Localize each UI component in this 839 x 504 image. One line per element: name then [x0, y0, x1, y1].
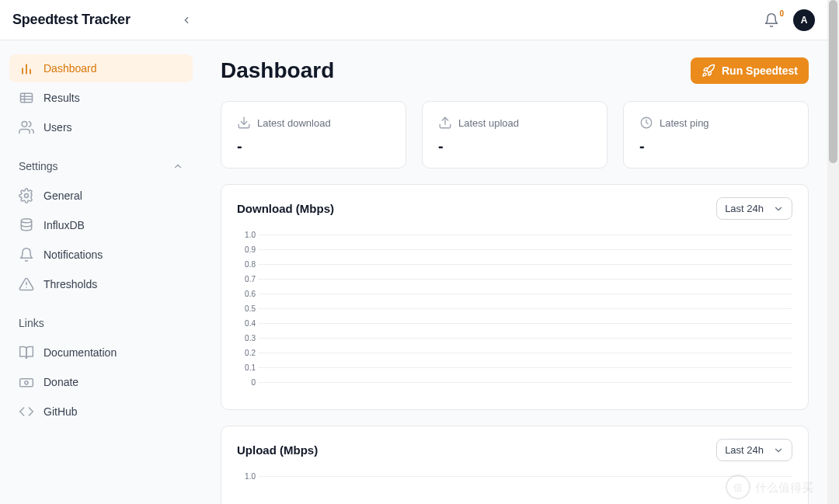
- sidebar-section-links: Links: [9, 312, 193, 334]
- sidebar-item-notifications[interactable]: Notifications: [9, 241, 193, 269]
- book-icon: [19, 345, 34, 360]
- app-header: Speedtest Tracker 0 A: [0, 0, 827, 40]
- stat-label-text: Latest ping: [660, 117, 709, 129]
- stat-label-text: Latest upload: [458, 117, 519, 129]
- y-tick-label: 1.0: [245, 472, 256, 481]
- sidebar-item-label: Donate: [44, 376, 78, 388]
- sidebar-item-label: Users: [44, 121, 72, 134]
- y-tick-label: 1.0: [245, 231, 256, 239]
- sidebar-item-github[interactable]: GitHub: [9, 398, 193, 426]
- y-tick-label: 0.1: [245, 363, 256, 372]
- table-icon: [19, 90, 34, 106]
- gear-icon: [19, 188, 34, 203]
- sidebar: Dashboard Results Users Settings: [0, 40, 202, 504]
- main-content: Dashboard Run Speedtest Latest download: [202, 40, 827, 504]
- gridline: [259, 382, 792, 383]
- chart-plot: 00.10.20.30.40.50.60.70.80.91.0: [237, 231, 792, 394]
- range-value: Last 24h: [725, 444, 764, 456]
- sidebar-section-settings[interactable]: Settings: [9, 155, 193, 177]
- gridline: [259, 476, 792, 477]
- run-button-label: Run Speedtest: [722, 64, 798, 77]
- y-tick-label: 0: [251, 378, 256, 387]
- gridline: [259, 353, 792, 353]
- database-icon: [19, 217, 34, 233]
- time-range-select[interactable]: Last 24h: [716, 197, 792, 220]
- sidebar-item-label: Notifications: [44, 249, 103, 261]
- sidebar-item-donate[interactable]: Donate: [9, 368, 193, 396]
- sidebar-item-label: Dashboard: [44, 62, 97, 75]
- chart-card-download: Download (Mbps) Last 24h 00.10.20.30.40.…: [221, 184, 809, 410]
- gridline: [259, 279, 792, 280]
- sidebar-item-label: General: [44, 189, 82, 202]
- y-tick-label: 0.5: [245, 304, 256, 313]
- chevron-up-icon: [172, 161, 183, 172]
- donate-icon: [19, 374, 34, 390]
- svg-point-9: [21, 219, 31, 223]
- svg-point-8: [25, 194, 29, 198]
- scrollbar-thumb[interactable]: [829, 0, 837, 163]
- chevron-down-icon: [773, 445, 784, 456]
- sidebar-item-results[interactable]: Results: [9, 84, 193, 112]
- svg-point-7: [22, 122, 27, 127]
- chevron-down-icon: [773, 203, 784, 214]
- time-range-select[interactable]: Last 24h: [716, 439, 792, 461]
- sidebar-item-dashboard[interactable]: Dashboard: [9, 54, 193, 82]
- y-tick-label: 0.4: [245, 319, 256, 328]
- sidebar-item-label: Thresholds: [44, 278, 97, 290]
- run-speedtest-button[interactable]: Run Speedtest: [691, 57, 809, 84]
- y-tick-label: 0.3: [245, 334, 256, 342]
- stat-value: -: [639, 137, 792, 155]
- avatar[interactable]: A: [793, 9, 815, 31]
- gridline: [259, 249, 792, 250]
- sidebar-item-documentation[interactable]: Documentation: [9, 339, 193, 367]
- warning-icon: [19, 276, 34, 292]
- gridline: [259, 235, 792, 235]
- y-tick-label: 0.2: [245, 349, 256, 357]
- stat-card-download: Latest download -: [221, 101, 406, 169]
- sidebar-item-label: GitHub: [44, 405, 78, 418]
- notification-count-badge: 0: [779, 9, 784, 18]
- section-label: Settings: [19, 160, 58, 172]
- gridline: [259, 338, 792, 339]
- sidebar-item-label: InfluxDB: [44, 219, 85, 231]
- gridline: [259, 294, 792, 294]
- svg-rect-3: [21, 93, 33, 103]
- clock-icon: [639, 116, 653, 130]
- notifications-button[interactable]: 0: [757, 6, 785, 34]
- sidebar-item-general[interactable]: General: [9, 182, 193, 210]
- y-tick-label: 0.6: [245, 290, 256, 298]
- y-tick-label: 0.8: [245, 260, 256, 269]
- svg-rect-12: [20, 379, 33, 387]
- sidebar-item-thresholds[interactable]: Thresholds: [9, 270, 193, 298]
- svg-point-13: [25, 381, 28, 384]
- gridline: [259, 367, 792, 368]
- download-icon: [237, 116, 251, 130]
- range-value: Last 24h: [725, 203, 764, 214]
- vertical-scrollbar[interactable]: [827, 0, 839, 504]
- sidebar-collapse-button[interactable]: [176, 9, 197, 31]
- sidebar-item-users[interactable]: Users: [9, 113, 193, 141]
- chart-plot: 1.0: [237, 472, 792, 504]
- code-icon: [19, 404, 34, 419]
- section-label: Links: [19, 317, 44, 329]
- gridline: [259, 308, 792, 309]
- chart-title: Download (Mbps): [237, 202, 334, 215]
- bar-chart-icon: [19, 61, 34, 76]
- bell-icon: [764, 12, 779, 28]
- y-tick-label: 0.7: [245, 275, 256, 283]
- stat-card-upload: Latest upload -: [422, 101, 607, 169]
- rocket-icon: [701, 64, 715, 78]
- sidebar-item-label: Results: [44, 92, 80, 104]
- page-title: Dashboard: [221, 58, 334, 83]
- sidebar-item-influxdb[interactable]: InfluxDB: [9, 211, 193, 239]
- stat-value: -: [237, 137, 390, 155]
- stat-label-text: Latest download: [257, 117, 331, 129]
- chevron-left-icon: [181, 15, 192, 26]
- sidebar-item-label: Documentation: [44, 346, 117, 359]
- stat-value: -: [438, 137, 591, 155]
- gridline: [259, 264, 792, 265]
- upload-icon: [438, 116, 452, 130]
- users-icon: [19, 120, 34, 135]
- stat-card-ping: Latest ping -: [623, 101, 809, 169]
- chart-title: Upload (Mbps): [237, 443, 318, 457]
